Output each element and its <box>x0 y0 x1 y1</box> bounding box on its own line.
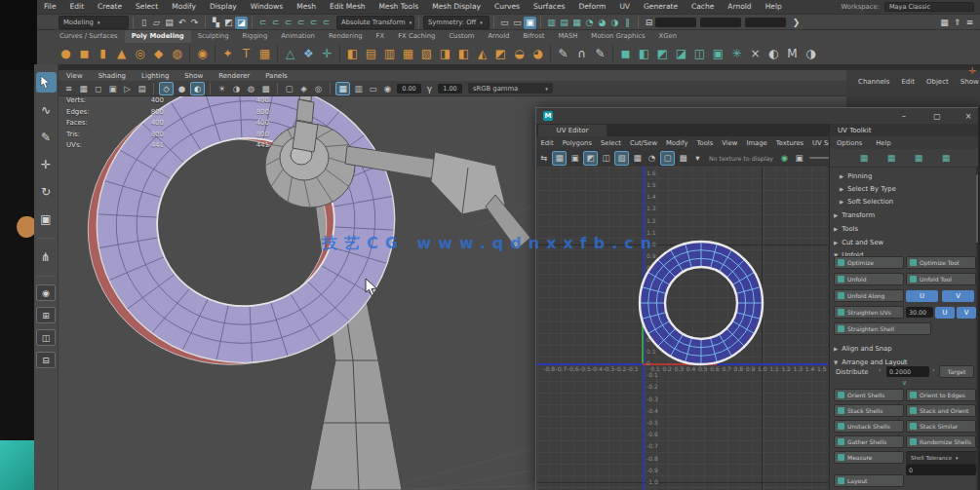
xray-icon[interactable]: ◈ <box>297 83 310 94</box>
grid-toggle-icon[interactable]: ▦ <box>335 82 350 95</box>
crease-icon[interactable]: ◭ <box>473 44 491 63</box>
snap-curve-icon[interactable]: ⊂ <box>269 17 282 29</box>
film-gate-icon[interactable]: ▭ <box>367 83 379 94</box>
isolate-uv-icon[interactable]: ▢ <box>660 151 675 166</box>
quad-draw-icon[interactable]: ◩ <box>491 44 510 63</box>
uv-window-titlebar[interactable]: M – ▢ × <box>536 108 979 125</box>
gamma-field[interactable]: 1.00 <box>438 84 462 94</box>
redo-icon[interactable]: ↷ <box>188 17 201 29</box>
edge-mode-icon[interactable]: ▦ <box>912 152 925 164</box>
menu-select[interactable]: Select <box>129 0 165 14</box>
shelf-tab-mash[interactable]: MASH <box>551 30 584 43</box>
two-pane-side-layout[interactable]: ◫ <box>36 329 56 346</box>
render-icon[interactable]: ▤ <box>558 17 570 29</box>
view-transform-dropdown[interactable]: sRGB gamma▾ <box>468 83 553 94</box>
button-gather-shells[interactable]: Gather Shells <box>834 435 904 448</box>
poly-cube-icon[interactable]: ◼ <box>75 44 94 63</box>
xyz-selector-icon[interactable]: ⊟ <box>643 17 655 29</box>
section-tools[interactable]: ▶Tools <box>830 222 980 235</box>
bookmark-icon[interactable]: ▷ <box>121 83 134 94</box>
input-operations-icon[interactable]: ▭ <box>498 17 511 29</box>
construction-plane-icon[interactable]: △ <box>281 44 299 63</box>
exposure-field[interactable]: 0.00 <box>397 84 421 94</box>
textured-icon[interactable]: ◐ <box>190 82 205 95</box>
button-unfold-tool[interactable]: Unfold Tool <box>906 273 976 285</box>
straighten-v-button[interactable]: V <box>957 307 976 319</box>
maya-m-icon[interactable]: M <box>783 44 802 63</box>
boolean-difference-icon[interactable]: ◧ <box>635 44 653 63</box>
menu-display[interactable]: Display <box>203 0 244 14</box>
menu-edit-mesh[interactable]: Edit Mesh <box>323 0 372 14</box>
boolean-intersect-icon[interactable]: ◩ <box>653 44 672 63</box>
lookdev-icon[interactable]: ◑ <box>608 17 621 29</box>
mirror-right-icon[interactable]: ◧ <box>454 44 473 63</box>
locator-icon[interactable]: ✛ <box>318 44 336 63</box>
anti-alias-icon[interactable]: ▩ <box>259 83 272 94</box>
button-unfold-along[interactable]: Unfold Along <box>834 289 904 302</box>
button-randomize-shells[interactable]: Randomize Shells <box>906 435 976 448</box>
menu-edit[interactable]: Edit <box>63 0 92 14</box>
smooth-shade-icon[interactable]: ● <box>176 83 188 94</box>
shaded-uvs-icon[interactable]: ◩ <box>583 151 598 166</box>
mirror-left-icon[interactable]: ◨ <box>436 44 454 63</box>
viewport-menu-panels[interactable]: Panels <box>257 72 295 80</box>
viewport-menu-renderer[interactable]: Renderer <box>211 72 257 80</box>
open-scene-icon[interactable]: ▱ <box>150 17 163 29</box>
unfold-along-u-button[interactable]: U <box>906 290 938 302</box>
unfold-along-v-button[interactable]: V <box>942 290 974 302</box>
edit-curve-icon[interactable]: ∩ <box>572 44 591 63</box>
face-mode-icon[interactable]: ▦ <box>939 152 953 164</box>
menu-windows[interactable]: Windows <box>244 0 290 14</box>
snap-projected-center-icon[interactable]: ⊂ <box>294 17 307 29</box>
tool-settings-toggle-icon[interactable]: ⇑ <box>951 17 963 29</box>
curve-pencil-icon[interactable]: ✎ <box>554 44 572 63</box>
viewport-menu-show[interactable]: Show <box>176 72 211 80</box>
extrude-icon[interactable]: ◧ <box>343 44 362 63</box>
distribute-down-arrow[interactable]: ∨ <box>902 379 907 387</box>
menu-create[interactable]: Create <box>91 0 129 14</box>
ambient-occlusion-icon[interactable]: ◍ <box>245 83 257 94</box>
camera-lock-icon[interactable]: ◻ <box>92 83 104 94</box>
menu-file[interactable]: File <box>37 0 63 14</box>
button-unfold[interactable]: Unfold <box>834 273 904 285</box>
distribute-up-arrow[interactable]: ∧ <box>902 358 907 365</box>
single-pane-layout[interactable]: ◉ <box>36 284 56 301</box>
grid-snap-icon[interactable]: ▦ <box>552 151 567 166</box>
camera-settings-icon[interactable]: ◉ <box>381 83 394 94</box>
paint-select-tool[interactable]: ✎ <box>36 127 57 147</box>
joints-xray-icon[interactable]: ◎ <box>312 83 325 94</box>
workspace-selector[interactable]: Workspace: Maya Classic <box>842 2 974 12</box>
multi-cut-icon[interactable]: ▥ <box>380 44 399 63</box>
shelf-tab-rendering[interactable]: Rendering <box>322 30 370 43</box>
channelbox-menu-object[interactable]: Object <box>921 78 955 86</box>
symmetry-dropdown[interactable]: Symmetry: Off▾ <box>423 16 490 29</box>
menu-deform[interactable]: Deform <box>571 0 612 14</box>
shelf-tab-xgen[interactable]: XGen <box>652 30 684 43</box>
uv-torus-shell[interactable] <box>537 167 828 490</box>
menu-modify[interactable]: Modify <box>165 0 203 14</box>
menu-help[interactable]: Help <box>759 0 789 14</box>
pixel-snap-icon[interactable]: ▣ <box>568 152 581 165</box>
viewport-menu-view[interactable]: View <box>59 72 91 80</box>
render-ball-icon[interactable]: ◑ <box>802 44 820 63</box>
uv-menu-view[interactable]: View <box>718 139 742 147</box>
persp-outliner-layout[interactable]: ⊟ <box>36 352 56 368</box>
offset-edge-loop-icon[interactable]: ▧ <box>417 44 436 63</box>
menu-mesh-tools[interactable]: Mesh Tools <box>372 0 426 14</box>
smooth-mesh-icon[interactable]: ◒ <box>510 44 529 63</box>
ipr-render-icon[interactable]: ▦ <box>570 17 583 29</box>
uv-canvas[interactable]: -1.0-0.9-0.8-0.7-0.6-0.5-0.4-0.3-0.2-0.1… <box>537 167 828 490</box>
x-field[interactable] <box>655 18 696 27</box>
bevel-icon[interactable]: ▤ <box>362 44 380 63</box>
distribute-left-arrow[interactable]: ‹ <box>879 366 882 374</box>
flip-uv-icon[interactable]: ⇆ <box>537 152 550 165</box>
dim-image-icon[interactable]: ◔ <box>646 152 658 165</box>
channelbox-menu-show[interactable]: Show <box>955 78 980 86</box>
minimize-button[interactable]: – <box>897 110 911 122</box>
uv-mode-icon[interactable]: ▦ <box>857 152 871 164</box>
menu-cache[interactable]: Cache <box>685 0 721 14</box>
hypershade-icon[interactable]: ◕ <box>596 17 608 29</box>
poly-disc-icon[interactable]: ◍ <box>168 44 186 63</box>
construction-history-icon[interactable]: ▣ <box>524 17 536 29</box>
button-straighten-uvs[interactable]: Straighten UVs <box>834 306 904 319</box>
